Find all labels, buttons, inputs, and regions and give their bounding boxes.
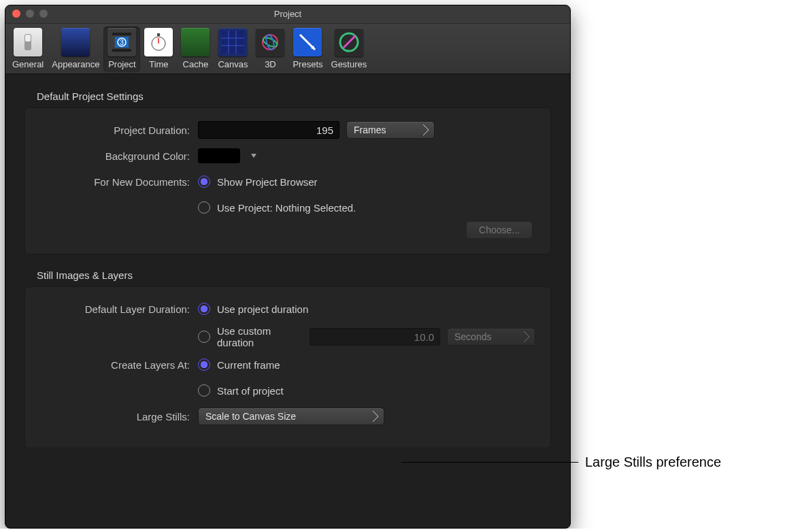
label-large-stills: Large Stills: [40,411,198,422]
presets-icon [293,28,322,56]
stopwatch-icon [144,28,173,56]
titlebar: Project [5,5,570,24]
tab-canvas[interactable]: Canvas [214,27,252,72]
radio-start-of-project[interactable] [198,384,210,397]
popup-value: Seconds [454,331,491,342]
appearance-icon [61,28,90,56]
svg-text:3: 3 [120,39,124,46]
project-duration-input[interactable] [198,121,339,139]
zoom-icon[interactable] [39,10,48,18]
svg-rect-11 [221,31,244,54]
tab-gestures[interactable]: Gestures [327,27,371,72]
radio-use-project[interactable] [198,201,210,214]
tab-cache[interactable]: Cache [177,27,214,72]
tab-label: Appearance [52,59,99,69]
switch-icon [14,28,42,56]
globe-icon [256,28,284,56]
chevron-down-icon[interactable] [251,154,256,158]
section-title-default-project: Default Project Settings [37,90,551,102]
close-icon[interactable] [12,10,20,18]
tab-label: Time [149,59,168,69]
window-title: Project [274,9,301,19]
memory-icon [181,28,210,56]
tab-project[interactable]: 3 Project [103,27,140,72]
label-background-color: Background Color: [40,150,198,162]
large-stills-popup[interactable]: Scale to Canvas Size [198,408,384,425]
svg-rect-4 [112,49,131,52]
project-duration-unit-popup[interactable]: Frames [346,121,435,139]
tab-presets[interactable]: Presets [288,27,327,72]
popup-value: Scale to Canvas Size [205,411,296,422]
grid-icon [218,28,247,56]
custom-duration-input[interactable] [310,328,440,346]
section-title-stills: Still Images & Layers [37,269,551,281]
tab-label: Presets [293,59,322,69]
choose-button[interactable]: Choose... [466,221,533,239]
label-create-layers-at: Create Layers At: [40,359,198,371]
radio-show-project-browser[interactable] [198,176,210,188]
svg-rect-1 [25,35,31,41]
svg-line-22 [344,35,356,48]
panel-stills: Default Layer Duration: Use project dura… [24,286,551,448]
radio-label: Show Project Browser [217,176,318,188]
tab-appearance[interactable]: Appearance [48,27,103,72]
radio-label: Start of project [217,385,284,397]
tab-time[interactable]: Time [140,27,177,72]
svg-rect-3 [112,33,131,35]
minimize-icon[interactable] [26,10,34,18]
background-color-swatch[interactable] [198,148,240,163]
tab-label: Cache [183,59,209,69]
tab-general[interactable]: General [8,27,48,72]
radio-label: Use project duration [217,303,308,315]
popup-value: Frames [354,124,386,135]
tab-label: Project [108,59,135,69]
content-area: Default Project Settings Project Duratio… [5,74,570,474]
svg-point-18 [265,34,276,50]
custom-duration-unit-popup[interactable]: Seconds [447,328,535,346]
radio-use-project-duration[interactable] [198,303,210,315]
label-project-duration: Project Duration: [40,124,198,136]
radio-label: Use custom duration [217,325,303,348]
radio-label: Current frame [217,359,280,371]
tab-label: Canvas [218,59,248,69]
preferences-toolbar: General Appearance 3 Project Time Cache [5,24,570,74]
filmstrip-icon: 3 [107,28,136,56]
radio-current-frame[interactable] [198,359,210,371]
tab-3d[interactable]: 3D [252,27,288,72]
tab-label: Gestures [331,59,367,69]
radio-label: Use Project: Nothing Selected. [217,202,356,214]
preferences-window: Project General Appearance 3 Project Tim… [5,5,571,529]
pen-icon [335,28,363,56]
label-layer-duration: Default Layer Duration: [40,303,198,315]
label-new-documents: For New Documents: [40,176,198,188]
panel-default-project: Project Duration: Frames Background Colo… [24,107,551,254]
svg-rect-9 [157,33,160,36]
radio-use-custom-duration[interactable] [198,331,210,343]
window-controls [12,10,48,18]
callout-text: Large Stills preference [585,454,721,470]
tab-label: General [12,59,44,69]
tab-label: 3D [265,59,276,69]
